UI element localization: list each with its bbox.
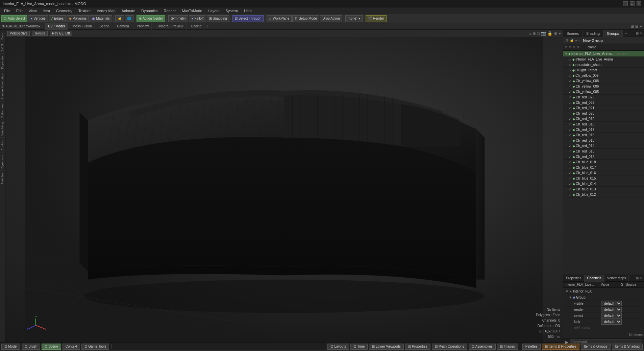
list-item[interactable]: ✓ ◆ Ch_yellow_005	[563, 89, 644, 95]
expand-icon[interactable]: ▼	[565, 289, 569, 293]
symmetry-button[interactable]: Symmetry	[168, 15, 188, 22]
assemblies-button[interactable]: ⊡ Assemblies	[469, 344, 496, 350]
ng-gear-icon[interactable]: ⚙	[565, 39, 568, 42]
raygl-button[interactable]: Ray GL: Off	[50, 31, 72, 36]
menu-render[interactable]: Render	[161, 7, 178, 14]
list-item[interactable]: ✓ ◆ Ch_blue_014	[563, 181, 644, 187]
list-item[interactable]: ✓ ◆ Ch_blue_016	[563, 170, 644, 176]
vp-camera-icon[interactable]: 📷	[541, 31, 546, 36]
game-tools-button[interactable]: ⊡ Game Tools	[81, 344, 109, 350]
expand-icon[interactable]: ▼	[569, 296, 572, 299]
expand-icon[interactable]: ⊟	[635, 24, 639, 29]
vp-settings-icon[interactable]: ⚙	[554, 31, 558, 36]
none-dropdown[interactable]: (none) ▾	[345, 15, 363, 22]
list-item[interactable]: ✓ ◆ Ch_red_021	[563, 106, 644, 111]
menu-item[interactable]: Item	[40, 7, 52, 14]
list-item[interactable]: ✓ ◆ Ch_red_013	[563, 149, 644, 154]
viewport-canvas[interactable]: X Y Z No Items Polygons : Face Channels:…	[5, 37, 563, 342]
list-item[interactable]: ▷ ◆ Ch_yellow_009	[563, 73, 644, 78]
lock-icon-button[interactable]: 🔒	[115, 15, 124, 22]
vertices-button[interactable]: ● Vertices	[28, 15, 48, 22]
tab-mesh-fusion[interactable]: Mesh Fusion	[70, 23, 95, 30]
menu-texture[interactable]: Texture	[76, 7, 93, 14]
vp-search-icon[interactable]: ⊕	[532, 31, 536, 36]
images-button[interactable]: ⊡ Images	[497, 344, 518, 350]
list-item[interactable]: ▷ ◆ HiLight_Target	[563, 68, 644, 73]
globe-icon-button[interactable]: 🌐	[125, 15, 133, 22]
minimize-button[interactable]: –	[623, 1, 628, 6]
menu-maxtomodo[interactable]: MaxToModo	[179, 7, 205, 14]
scene-button[interactable]: ⊡ Scene	[42, 344, 61, 350]
tab-vertex-maps[interactable]: Vertex Maps	[604, 275, 629, 282]
props-row-add-user[interactable]: add user c...	[564, 325, 643, 331]
sidebar-particles[interactable]: Particles	[0, 170, 5, 187]
select-dropdown[interactable]: default	[601, 313, 622, 319]
setup-mode-button[interactable]: ⚙ Setup Mode	[292, 15, 319, 22]
drop-action-button[interactable]: Drop Action	[320, 15, 342, 22]
tab-preview[interactable]: Preview	[134, 23, 152, 30]
items-shading-button[interactable]: Items & Shading	[612, 344, 643, 350]
texture-button[interactable]: Texture	[32, 31, 48, 36]
lock-dropdown[interactable]: default	[601, 319, 622, 325]
list-item[interactable]: ✓ ◆ Ch_red_022	[563, 100, 644, 106]
list-item[interactable]: ✓ ◆ Ch_yellow_008	[563, 78, 644, 84]
menu-edit[interactable]: Edit	[14, 7, 25, 14]
falloff-button[interactable]: ● Falloff	[189, 15, 206, 22]
perspective-button[interactable]: Perspective	[7, 31, 30, 36]
sidebar-inverse-kinematics[interactable]: Inverse Kinematics	[0, 71, 5, 101]
vp-home-icon[interactable]: ⌂	[529, 31, 531, 36]
tab-properties[interactable]: Properties	[563, 275, 585, 282]
scene-group-item[interactable]: ▼ ◆ Interior_FLA_Live_Arena... 68 Items	[563, 51, 644, 57]
list-item[interactable]: ▷ ◆ retractable_chairs	[563, 62, 644, 68]
polygons-button[interactable]: ◆ Polygons	[67, 15, 89, 22]
time-button[interactable]: ⊡ Time	[350, 344, 368, 350]
list-item[interactable]: ✓ ◆ Ch_blue_018	[563, 160, 644, 165]
list-item[interactable]: ✓ ◆ Ch_red_012	[563, 154, 644, 160]
list-item[interactable]: ▷ ◆ Interior_FLA_Live_Arena	[563, 57, 644, 62]
render-dropdown[interactable]: default	[601, 307, 622, 312]
tab-camera[interactable]: Camera	[114, 23, 132, 30]
tab-baking[interactable]: Baking	[189, 23, 205, 30]
brush-button[interactable]: ⊡ Brush	[22, 344, 40, 350]
visible-dropdown[interactable]: default	[601, 301, 622, 306]
tab-channels[interactable]: Channels	[585, 275, 604, 282]
tab-camera-preview[interactable]: Camera / Preview	[154, 23, 186, 30]
list-item[interactable]: ✓ ◆ Ch_red_023	[563, 95, 644, 100]
vp-lock-icon[interactable]: 🔒	[547, 31, 552, 36]
panel-close-icon[interactable]: ✕	[640, 31, 643, 35]
list-item[interactable]: ✓ ◆ Ch_blue_015	[563, 176, 644, 181]
properties-button[interactable]: ⊡ Properties	[405, 344, 430, 350]
auto-select-button[interactable]: ⬡ Auto Select	[1, 15, 27, 22]
sidebar-weighting[interactable]: Weighting	[0, 120, 5, 138]
sidebar-duplicate[interactable]: Duplicate	[0, 54, 5, 71]
add-tab-button[interactable]: +	[206, 24, 208, 28]
menu-system[interactable]: System	[223, 7, 241, 14]
add-panel-tab-button[interactable]: +	[623, 31, 629, 36]
list-item[interactable]: ✓ ◆ Ch_blue_013	[563, 187, 644, 192]
menu-vertex-map[interactable]: Vertex Map	[94, 7, 118, 14]
tab-groups[interactable]: Groups	[603, 30, 623, 37]
tab-shading[interactable]: Shading	[583, 30, 603, 37]
list-item[interactable]: ✓ ◆ Ch_blue_017	[563, 165, 644, 170]
vp-chevron-icon[interactable]: ▾	[559, 31, 561, 36]
edges-button[interactable]: ╱ Edges	[49, 15, 66, 22]
props-close-icon[interactable]: ✕	[640, 276, 643, 280]
ng-lock-icon[interactable]: 🔒	[570, 39, 574, 42]
close-button[interactable]: ✕	[637, 1, 641, 6]
context-button[interactable]: Context	[63, 344, 80, 350]
workplane-button[interactable]: △ WorkPlane	[267, 15, 292, 22]
tab-scenes[interactable]: Scenes	[563, 30, 583, 37]
list-item[interactable]: ✓ ◆ Ch_red_020	[563, 111, 644, 116]
list-item[interactable]: ✓ ◆ Ch_blue_012	[563, 192, 644, 197]
materials-button[interactable]: ◉ Materials	[90, 15, 112, 22]
items-properties-button[interactable]: ⊡ Items & Properties	[542, 344, 579, 350]
menu-layout[interactable]: Layout	[205, 7, 222, 14]
model-button[interactable]: ⊡ Model	[1, 344, 20, 350]
menu-view[interactable]: View	[26, 7, 40, 14]
list-item[interactable]: ✓ ◆ Ch_red_017	[563, 127, 644, 133]
mesh-operations-button[interactable]: ⊡ Mesh Operations	[432, 344, 467, 350]
chevron-down-icon[interactable]: ▾	[640, 24, 642, 29]
menu-animate[interactable]: Animate	[119, 7, 138, 14]
menu-geometry[interactable]: Geometry	[53, 7, 75, 14]
tab-uv-model[interactable]: UV / Model	[45, 23, 68, 30]
